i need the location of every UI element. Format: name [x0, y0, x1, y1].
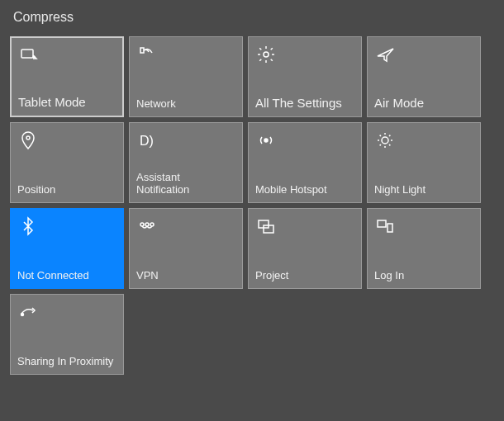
tile-label: Tablet Mode	[18, 96, 116, 110]
svg-text:D): D)	[140, 134, 154, 148]
tile-bluetooth[interactable]: Not Connected	[10, 208, 124, 289]
tile-label: Position	[17, 184, 116, 196]
tile-night-light[interactable]: Night Light	[367, 122, 481, 203]
svg-rect-13	[378, 220, 386, 227]
svg-point-4	[26, 136, 30, 140]
tile-project[interactable]: Project	[248, 208, 362, 289]
tile-label: VPN	[136, 270, 235, 281]
tile-network[interactable]: Network	[129, 36, 243, 117]
sun-icon	[374, 130, 396, 151]
tablet-mode-icon	[18, 45, 40, 66]
tile-location[interactable]: Position	[10, 122, 124, 203]
gear-icon	[255, 44, 277, 65]
svg-point-10	[150, 223, 154, 226]
svg-point-15	[21, 314, 24, 316]
tile-label-group: Assistant Notification	[136, 172, 235, 196]
tile-tablet-mode[interactable]: Tablet Mode	[10, 36, 124, 117]
svg-rect-14	[388, 224, 392, 232]
svg-point-8	[140, 223, 144, 226]
tile-label: Network	[136, 98, 235, 110]
tile-settings[interactable]: All The Settings	[248, 36, 362, 117]
svg-rect-2	[140, 48, 144, 53]
moon-icon: D)	[136, 130, 158, 151]
vpn-icon	[136, 215, 158, 237]
svg-point-1	[33, 56, 35, 58]
tile-label: Assistant Notification	[136, 172, 235, 196]
tile-label: Not Connected	[17, 270, 116, 281]
svg-point-6	[264, 139, 268, 142]
svg-point-3	[264, 52, 269, 57]
bluetooth-icon	[17, 215, 39, 237]
svg-rect-0	[21, 50, 33, 58]
tile-vpn[interactable]: VPN	[129, 208, 243, 289]
airplane-icon	[374, 44, 396, 65]
tile-label: Project	[255, 270, 354, 281]
location-icon	[17, 130, 39, 151]
tile-nearby-sharing[interactable]: Sharing In Proximity	[10, 294, 124, 375]
hotspot-icon	[255, 130, 277, 151]
tile-label: Mobile Hotspot	[255, 184, 354, 196]
tile-label: Sharing In Proximity	[17, 356, 116, 367]
tile-label: Air Mode	[374, 97, 473, 111]
tile-label: Night Light	[374, 184, 473, 196]
panel-header: Compress	[10, 10, 494, 25]
sharing-icon	[17, 301, 39, 323]
tile-connect[interactable]: Log In	[367, 208, 481, 289]
quick-action-tiles: Tablet Mode Network All The Settings Air…	[10, 36, 494, 375]
wifi-icon	[136, 44, 158, 65]
tile-airplane-mode[interactable]: Air Mode	[367, 36, 481, 117]
svg-point-7	[382, 137, 388, 144]
project-icon	[255, 215, 277, 237]
tile-label: All The Settings	[255, 97, 354, 111]
connect-icon	[374, 215, 396, 237]
tile-label: Log In	[374, 270, 473, 281]
tile-mobile-hotspot[interactable]: Mobile Hotspot	[248, 122, 362, 203]
tile-focus-assist[interactable]: D) Assistant Notification	[129, 122, 243, 203]
